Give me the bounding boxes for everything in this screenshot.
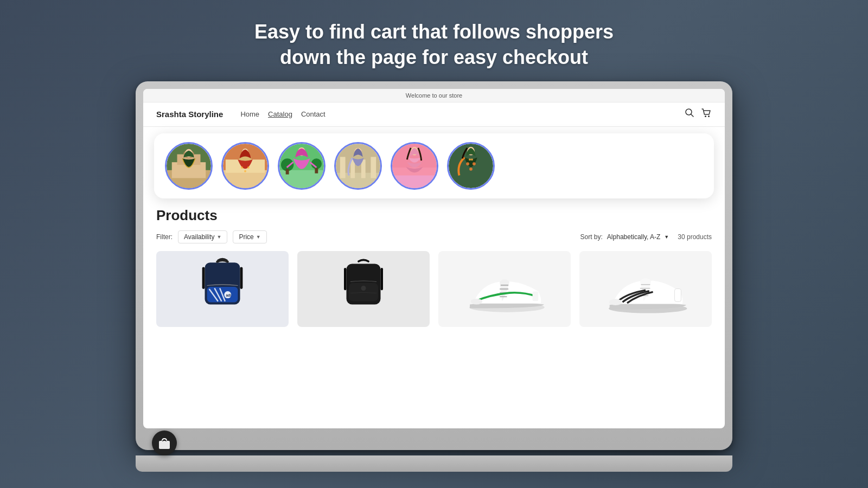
nav-home[interactable]: Home [240, 110, 259, 118]
svg-point-41 [469, 168, 473, 171]
products-title: Products [156, 207, 712, 224]
search-icon[interactable] [685, 108, 694, 121]
svg-rect-53 [240, 267, 243, 289]
cart-icon[interactable] [701, 108, 712, 121]
svg-rect-52 [202, 267, 205, 289]
svg-point-15 [241, 166, 243, 169]
store-nav: Srashta Storyline Home Catalog Contact [143, 102, 725, 127]
svg-point-42 [473, 162, 476, 165]
svg-rect-71 [675, 289, 681, 302]
svg-point-58 [361, 286, 366, 291]
story-circle-5[interactable] [391, 142, 438, 190]
svg-rect-29 [340, 157, 346, 178]
nav-catalog[interactable]: Catalog [268, 110, 292, 118]
svg-rect-73 [159, 441, 170, 449]
svg-rect-30 [371, 157, 376, 178]
svg-rect-11 [223, 170, 267, 188]
story-circle-2[interactable] [221, 142, 269, 190]
laptop-mockup: Welcome to our store Srashta Storyline H… [136, 81, 732, 472]
filter-left: Filter: Availability ▼ Price ▼ [156, 230, 267, 243]
sort-select[interactable]: Alphabetically, A-Z ▼ [607, 233, 669, 241]
laptop-base [136, 455, 732, 472]
svg-point-44 [471, 158, 473, 160]
nav-contact[interactable]: Contact [301, 110, 326, 118]
stories-panel [154, 133, 714, 198]
product-card-4[interactable] [579, 251, 712, 327]
story-circle-4[interactable] [334, 142, 382, 190]
svg-point-16 [244, 170, 246, 172]
svg-line-1 [691, 114, 694, 117]
svg-point-43 [469, 158, 471, 160]
shopify-badge[interactable] [152, 431, 177, 455]
svg-point-75 [165, 440, 167, 441]
product-card-2[interactable] [297, 251, 430, 327]
product-grid: adi [156, 251, 712, 327]
filter-bar: Filter: Availability ▼ Price ▼ Sort by: [156, 230, 712, 243]
price-chevron-icon: ▼ [256, 234, 261, 240]
store-logo: Srashta Storyline [156, 110, 223, 119]
availability-filter[interactable]: Availability ▼ [178, 230, 227, 243]
story-circle-1[interactable] [165, 142, 213, 190]
product-card-1[interactable]: adi [156, 251, 289, 327]
nav-icons [685, 108, 712, 121]
svg-rect-56 [344, 268, 347, 290]
availability-chevron-icon: ▼ [216, 234, 221, 240]
price-filter[interactable]: Price ▼ [233, 230, 266, 243]
products-count: 30 products [678, 233, 712, 241]
svg-text:adi: adi [226, 293, 232, 297]
headline-text: Easy to find cart that follows shoppers … [254, 20, 614, 70]
sort-chevron-icon: ▼ [664, 234, 669, 240]
svg-rect-55 [349, 282, 378, 301]
filter-label: Filter: [156, 233, 173, 241]
svg-rect-23 [315, 168, 318, 173]
svg-point-17 [247, 166, 250, 169]
laptop-bezel: Welcome to our store Srashta Storyline H… [136, 81, 732, 450]
sort-label: Sort by: [580, 233, 603, 241]
products-section: Products Filter: Availability ▼ Price ▼ [143, 198, 725, 327]
svg-point-2 [705, 115, 706, 117]
nav-links: Home Catalog Contact [240, 110, 672, 118]
svg-rect-22 [286, 169, 289, 174]
svg-point-3 [708, 115, 710, 117]
svg-point-72 [609, 299, 622, 305]
story-circle-6[interactable] [447, 142, 495, 190]
story-circle-3[interactable] [278, 142, 326, 190]
svg-point-74 [162, 440, 163, 441]
product-card-3[interactable] [438, 251, 571, 327]
laptop-screen: Welcome to our store Srashta Storyline H… [143, 89, 725, 428]
svg-point-65 [471, 298, 482, 304]
store-banner: Welcome to our store [143, 89, 725, 102]
svg-rect-57 [381, 268, 384, 290]
svg-rect-64 [533, 291, 539, 301]
sort-right: Sort by: Alphabetically, A-Z ▼ 30 produc… [580, 233, 712, 241]
svg-point-40 [466, 162, 469, 165]
headline: Easy to find cart that follows shoppers … [254, 0, 614, 70]
